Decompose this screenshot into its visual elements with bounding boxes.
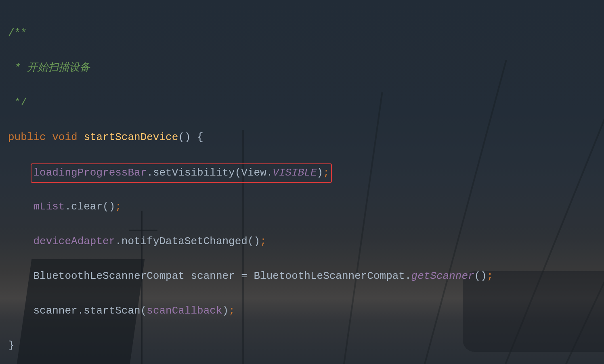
code-line: } — [8, 337, 596, 354]
code-line: * 开始扫描设备 — [8, 59, 596, 77]
code-line: mList.clear(); — [8, 198, 596, 215]
code-line: deviceAdapter.notifyDataSetChanged(); — [8, 233, 596, 250]
code-line: BluetoothLeScannerCompat scanner = Bluet… — [8, 268, 596, 285]
code-line: loadingProgressBar.setVisibility(View.VI… — [8, 163, 596, 181]
code-editor[interactable]: /** * 开始扫描设备 */ public void startScanDev… — [0, 0, 604, 364]
code-line: public void startScanDevice() { — [8, 129, 596, 146]
highlighted-code-1: loadingProgressBar.setVisibility(View.VI… — [31, 163, 331, 183]
code-line: scanner.startScan(scanCallback); — [8, 302, 596, 320]
code-line: /** — [8, 25, 596, 42]
code-line: */ — [8, 94, 596, 111]
